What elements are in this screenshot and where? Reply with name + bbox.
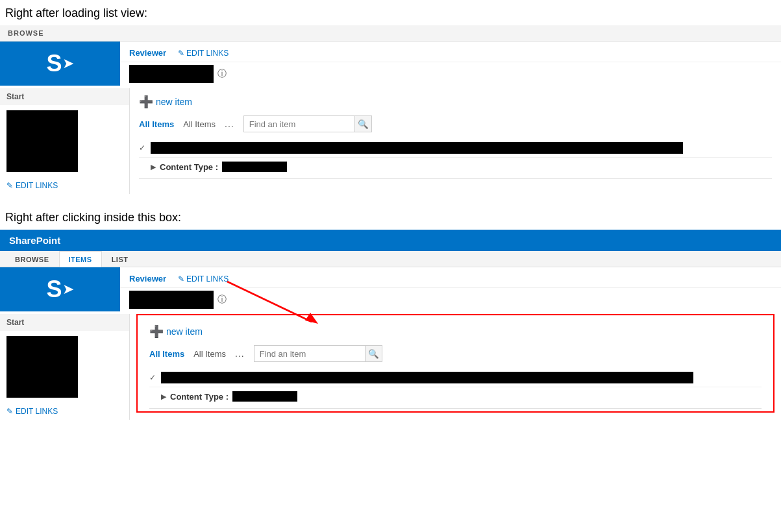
sharepoint-logo-2: S ➤	[0, 267, 120, 311]
more-options-2[interactable]: ...	[235, 348, 245, 359]
edit-links-top-button[interactable]: ✎ EDIT LINKS	[178, 49, 229, 58]
tab-items[interactable]: ITEMS	[59, 251, 102, 267]
sidebar-edit-links[interactable]: ✎ EDIT LINKS	[0, 177, 129, 194]
tab-list[interactable]: LIST	[102, 251, 138, 267]
sidebar: Start ✎ EDIT LINKS	[0, 88, 130, 194]
new-item-button[interactable]: ➕ new item	[139, 95, 772, 109]
search-box-2[interactable]: 🔍	[254, 345, 382, 362]
list-item-row: ✓	[139, 139, 772, 158]
sharepoint-logo: S ➤	[0, 42, 120, 86]
user-box-area-2: ⓘ	[120, 288, 781, 314]
info-icon-2[interactable]: ⓘ	[217, 294, 227, 306]
username-redacted-2	[129, 291, 214, 309]
search-input-2[interactable]	[254, 346, 365, 361]
user-box-area: ⓘ	[120, 62, 781, 88]
item-redacted	[151, 142, 683, 154]
sidebar-edit-links-2[interactable]: ✎ EDIT LINKS	[0, 403, 129, 420]
reviewer-label: Reviewer	[129, 48, 166, 58]
section1-title: Right after loading list view:	[0, 0, 781, 25]
search-button-2[interactable]: 🔍	[365, 346, 382, 361]
pencil-icon: ✎	[178, 49, 184, 58]
all-items-bold[interactable]: All Items	[139, 119, 174, 129]
checkmark-icon: ✓	[139, 143, 145, 152]
new-item-area: ➕ new item	[130, 88, 781, 113]
content-type-row: ▶ Content Type :	[139, 158, 772, 176]
reviewer-bar-2: Reviewer ✎ EDIT LINKS	[120, 267, 781, 288]
reviewer-label-2: Reviewer	[129, 274, 166, 284]
logo-arrow-icon: ➤	[62, 55, 74, 72]
list-items-2: ✓ ▶ Content Type :	[140, 366, 771, 408]
sidebar-start-2: Start	[0, 314, 129, 331]
list-toolbar: All Items All Items ... 🔍	[130, 113, 781, 136]
search-input[interactable]	[244, 116, 354, 132]
new-item-area-2: ➕ new item	[140, 318, 771, 343]
expand-arrow-icon[interactable]: ▶	[151, 163, 156, 171]
expand-arrow-icon-2[interactable]: ▶	[161, 393, 166, 401]
highlighted-box: ➕ new item All Items All Items ... 🔍	[136, 314, 775, 413]
sidebar-nav-redacted-2	[6, 336, 78, 398]
content-type-redacted-2	[232, 391, 297, 402]
plus-icon: ➕	[139, 95, 153, 109]
list-items: ✓ ▶ Content Type :	[130, 136, 781, 178]
more-options[interactable]: ...	[225, 119, 234, 129]
section2-title: Right after clicking inside this box:	[0, 204, 781, 230]
search-button[interactable]: 🔍	[354, 116, 371, 132]
all-items-bold-2[interactable]: All Items	[149, 349, 184, 359]
pencil-icon-sidebar: ✎	[6, 181, 13, 190]
sidebar-nav-redacted	[6, 110, 78, 172]
all-items-normal[interactable]: All Items	[183, 119, 216, 129]
browse-label: BROWSE	[8, 29, 44, 37]
pencil-icon-2: ✎	[178, 274, 184, 284]
logo-arrow-icon-2: ➤	[62, 281, 74, 298]
content-type-redacted	[222, 162, 287, 172]
tab-browse[interactable]: BROWSE	[5, 251, 59, 267]
username-redacted	[129, 65, 214, 83]
browse-bar: BROWSE	[0, 25, 781, 42]
content-type-label: Content Type :	[160, 162, 218, 172]
main-content-section2: ➕ new item All Items All Items ... 🔍	[130, 314, 781, 420]
tabs-bar: BROWSE ITEMS LIST	[0, 251, 781, 267]
info-icon[interactable]: ⓘ	[217, 68, 227, 80]
sidebar-start-label: Start	[0, 88, 129, 105]
edit-links-top-2[interactable]: ✎ EDIT LINKS	[178, 274, 229, 284]
sharepoint-header: SharePoint	[0, 230, 781, 251]
logo-s-icon-2: S	[46, 276, 62, 303]
list-toolbar-2: All Items All Items ... 🔍	[140, 343, 771, 366]
main-content-section1: ➕ new item All Items All Items ... 🔍 ✓ ▶…	[130, 88, 781, 194]
new-item-label: new item	[156, 97, 192, 107]
new-item-button-2[interactable]: ➕ new item	[149, 324, 762, 339]
logo-s-icon: S	[46, 50, 62, 77]
plus-icon-2: ➕	[149, 324, 164, 339]
search-box[interactable]: 🔍	[243, 115, 372, 132]
content-type-label-2: Content Type :	[170, 392, 229, 402]
checkmark-icon-2: ✓	[149, 373, 156, 382]
all-items-normal-2[interactable]: All Items	[193, 349, 226, 359]
sidebar-2: Start ✎ EDIT LINKS	[0, 314, 130, 420]
new-item-label-2: new item	[166, 326, 203, 337]
list-item-row-2: ✓	[149, 369, 762, 387]
content-type-row-2: ▶ Content Type :	[149, 387, 762, 405]
pencil-icon-sidebar-2: ✎	[6, 407, 13, 416]
reviewer-bar: Reviewer ✎ EDIT LINKS	[120, 42, 781, 62]
item-redacted-2	[161, 372, 693, 383]
